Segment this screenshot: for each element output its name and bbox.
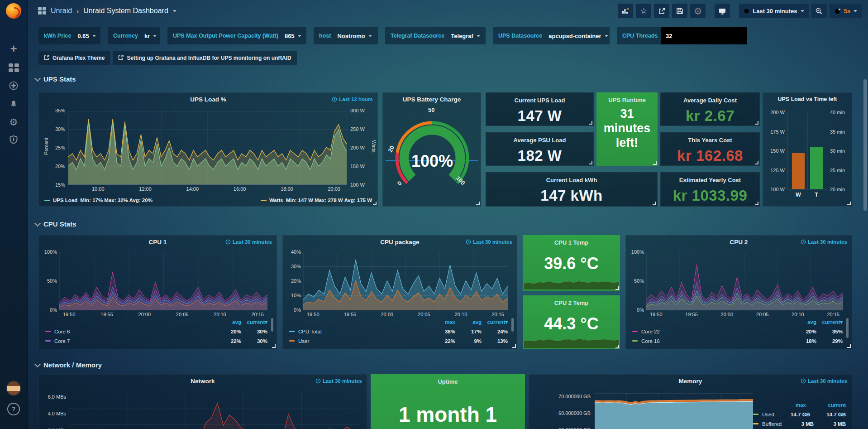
stat-title[interactable]: Average PSU Load bbox=[486, 137, 593, 144]
server-admin-icon[interactable] bbox=[0, 131, 27, 148]
variable-value[interactable]: 0.65 bbox=[77, 33, 95, 39]
help-icon[interactable]: ? bbox=[0, 400, 27, 418]
panel-resize-handle[interactable] bbox=[755, 161, 758, 164]
panel-resize-handle[interactable] bbox=[755, 121, 758, 125]
panel-resize-handle[interactable] bbox=[653, 202, 656, 205]
variable-value[interactable]: Telegraf bbox=[451, 33, 480, 39]
panel-title[interactable]: UPS Battery Charge bbox=[383, 96, 481, 103]
panel-time-range[interactable]: Last 30 minutes bbox=[315, 378, 362, 384]
bar-watts[interactable] bbox=[792, 153, 805, 189]
stat-title[interactable]: This Years Cost bbox=[661, 137, 759, 144]
ups-load-plot[interactable] bbox=[68, 111, 347, 185]
cpu-package-plot[interactable] bbox=[303, 252, 508, 310]
panel-resize-handle[interactable] bbox=[755, 202, 758, 205]
battery-gauge[interactable]: 0 20 50 100 100% bbox=[387, 108, 477, 191]
stat-title[interactable]: Current Load kWh bbox=[486, 177, 657, 183]
stat-title[interactable]: Uptime bbox=[371, 378, 525, 385]
panel-time-range[interactable]: Last 12 hours bbox=[332, 96, 373, 102]
bar-time-left[interactable] bbox=[810, 147, 823, 189]
panel-time-range[interactable]: Last 30 minutes bbox=[801, 239, 847, 245]
panel-resize-handle[interactable] bbox=[653, 161, 657, 165]
legend-row[interactable]: Core 2220%35% bbox=[632, 327, 843, 336]
memory-plot[interactable] bbox=[595, 393, 753, 429]
profile-avatar[interactable] bbox=[0, 380, 27, 397]
legend-scrollbar[interactable] bbox=[271, 318, 273, 332]
network-plot[interactable] bbox=[70, 393, 359, 429]
variable-ups-max-output[interactable]: UPS Max Output Power Capacity (Watt) 865 bbox=[167, 27, 306, 44]
cycle-view-mode-button[interactable] bbox=[715, 4, 730, 18]
breadcrumb-folder[interactable]: Unraid bbox=[51, 7, 72, 15]
variable-host[interactable]: host Nostromo bbox=[314, 27, 378, 44]
share-dashboard-button[interactable] bbox=[654, 4, 669, 18]
create-icon[interactable]: + bbox=[0, 40, 27, 57]
section-network-memory[interactable]: Network / Memory bbox=[35, 361, 102, 369]
add-panel-button[interactable] bbox=[618, 4, 633, 18]
bar-chart-plot[interactable] bbox=[787, 113, 827, 189]
variable-currency[interactable]: Currency kr bbox=[108, 27, 160, 44]
panel-resize-handle[interactable] bbox=[589, 161, 592, 164]
stat-title[interactable]: Estimated Yearly Cost bbox=[661, 177, 759, 183]
panel-resize-handle[interactable] bbox=[615, 286, 619, 290]
legend-row[interactable]: CPU Total38%17%24% bbox=[289, 327, 508, 336]
panel-resize-handle[interactable] bbox=[847, 344, 851, 348]
variable-value[interactable]: 865 bbox=[285, 33, 301, 39]
legend-row[interactable]: Used14.7 GB14.7 GB bbox=[753, 410, 846, 419]
cpu2-plot[interactable] bbox=[646, 252, 843, 310]
panel-resize-handle[interactable] bbox=[272, 344, 276, 348]
dashboards-icon[interactable] bbox=[0, 59, 27, 76]
panel-resize-handle[interactable] bbox=[847, 202, 851, 205]
panel-time-range[interactable]: Last 30 minutes bbox=[801, 378, 847, 384]
stat-title[interactable]: CPU 1 Temp bbox=[523, 239, 620, 246]
panel-resize-handle[interactable] bbox=[615, 345, 619, 348]
legend-scrollbar[interactable] bbox=[846, 318, 849, 338]
link-ups-monitoring-guide[interactable]: Setting up Grafana and InfluxDB for UPS … bbox=[113, 51, 296, 65]
page-scrollbar[interactable] bbox=[863, 79, 867, 211]
zoom-out-button[interactable] bbox=[811, 4, 827, 18]
dashboard-settings-button[interactable]: ⚙ bbox=[690, 4, 706, 18]
panel-resize-handle[interactable] bbox=[476, 202, 480, 205]
save-dashboard-button[interactable] bbox=[672, 4, 687, 18]
variable-value[interactable]: kr bbox=[144, 33, 157, 39]
refresh-picker[interactable]: 5s bbox=[830, 4, 862, 18]
cpu-package-legend[interactable]: maxavgcurrent▾CPU Total38%17%24%User22%9… bbox=[289, 317, 508, 346]
panel-time-range[interactable]: Last 30 minutes bbox=[225, 239, 272, 245]
legend-row[interactable]: Core 620%30% bbox=[45, 327, 267, 336]
panel-title[interactable]: UPS Load % bbox=[39, 96, 377, 103]
cpu-threads-input[interactable] bbox=[661, 27, 747, 44]
legend-row[interactable]: Core 1618%29% bbox=[632, 336, 843, 346]
panel-resize-handle[interactable] bbox=[589, 121, 592, 125]
stat-title[interactable]: UPS Runtime bbox=[596, 96, 658, 103]
legend-scrollbar[interactable] bbox=[511, 318, 514, 332]
time-picker[interactable]: Last 30 minutes bbox=[739, 4, 808, 18]
cpu2-legend[interactable]: avgcurrent▾Core 2220%35%Core 1618%29% bbox=[632, 317, 843, 346]
dashboard-grid-icon[interactable] bbox=[38, 7, 46, 14]
alerting-icon[interactable] bbox=[0, 95, 27, 112]
explore-icon[interactable] bbox=[0, 77, 27, 94]
breadcrumb-dashboard-title[interactable]: Unraid System Dashboard bbox=[83, 7, 168, 15]
variable-value[interactable]: apcupsd-container bbox=[548, 33, 608, 39]
legend-item-watts[interactable]: Watts Min: 147 W Max: 278 W Avg: 175 W bbox=[261, 198, 372, 203]
legend-row[interactable]: Buffered3 MB3 MB bbox=[753, 419, 846, 429]
variable-telegraf-datasource[interactable]: Telegraf Datasource Telegraf bbox=[385, 27, 486, 44]
section-ups-stats[interactable]: UPS Stats bbox=[35, 75, 76, 83]
stat-title[interactable]: CPU 2 Temp bbox=[523, 299, 620, 306]
panel-title[interactable]: UPS Load vs Time left bbox=[763, 96, 852, 102]
configuration-icon[interactable]: ⚙ bbox=[0, 113, 27, 130]
variable-value[interactable]: Nostromo bbox=[337, 33, 372, 39]
mark-favorite-button[interactable]: ☆ bbox=[636, 4, 651, 18]
stat-title[interactable]: Current UPS Load bbox=[486, 97, 593, 104]
panel-resize-handle[interactable] bbox=[373, 202, 377, 205]
cpu1-legend[interactable]: avgcurrent▾Core 620%30%Core 722%30% bbox=[45, 317, 267, 346]
panel-time-range[interactable]: Last 30 minutes bbox=[466, 239, 512, 245]
legend-item-ups-load[interactable]: UPS Load Min: 17% Max: 32% Avg: 20% bbox=[44, 198, 153, 203]
chevron-down-icon[interactable] bbox=[173, 10, 176, 12]
legend-row[interactable]: Core 722%30% bbox=[45, 336, 267, 346]
cpu1-plot[interactable] bbox=[59, 252, 267, 310]
section-cpu-stats[interactable]: CPU Stats bbox=[35, 220, 76, 228]
memory-legend[interactable]: maxcurrentUsed14.7 GB14.7 GBBuffered3 MB… bbox=[753, 400, 846, 429]
variable-kwh-price[interactable]: kWh Price 0.65 bbox=[38, 27, 100, 44]
variable-ups-datasource[interactable]: UPS Datasource apcupsd-container bbox=[493, 27, 610, 44]
panel-resize-handle[interactable] bbox=[512, 344, 516, 348]
link-grafana-plex-theme[interactable]: Grafana Plex Theme bbox=[38, 51, 110, 65]
legend-row[interactable]: User22%9%13% bbox=[289, 336, 508, 346]
